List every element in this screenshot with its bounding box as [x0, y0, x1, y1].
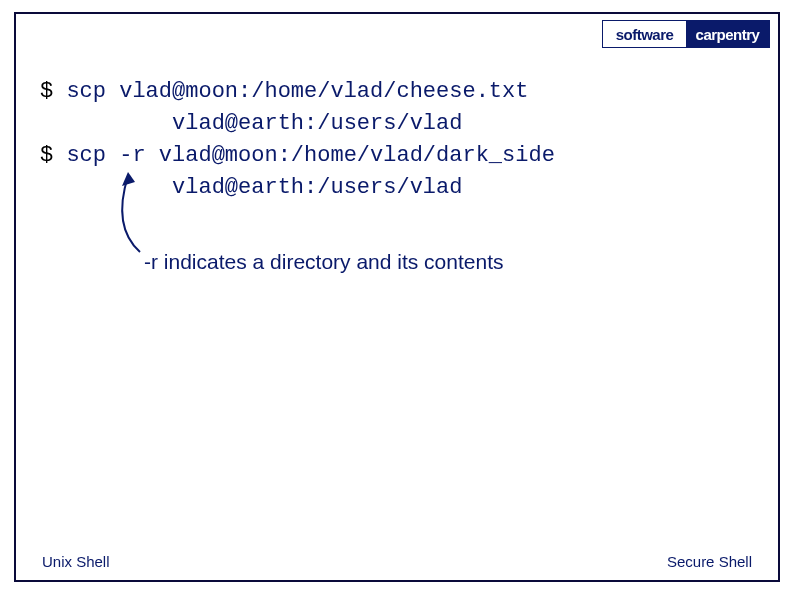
logo-left-text: software [603, 21, 686, 47]
command-line-3: $ scp -r vlad@moon:/home/vlad/dark_side [40, 140, 740, 172]
slide-frame: software carpentry $ scp vlad@moon:/home… [14, 12, 780, 582]
prompt-1: $ [40, 79, 53, 104]
cmd-3: scp -r vlad@moon:/home/vlad/dark_side [53, 143, 555, 168]
svg-marker-0 [122, 172, 135, 186]
command-line-2: vlad@earth:/users/vlad [40, 108, 740, 140]
command-line-1: $ scp vlad@moon:/home/vlad/cheese.txt [40, 76, 740, 108]
prompt-2: $ [40, 143, 53, 168]
logo-right-text: carpentry [686, 21, 769, 47]
logo: software carpentry [602, 20, 770, 48]
footer-left: Unix Shell [42, 553, 110, 570]
cmd-2: vlad@earth:/users/vlad [40, 111, 462, 136]
cmd-1: scp vlad@moon:/home/vlad/cheese.txt [53, 79, 528, 104]
annotation-text: -r indicates a directory and its content… [144, 250, 504, 274]
footer-right: Secure Shell [667, 553, 752, 570]
arrow-icon [104, 172, 164, 262]
